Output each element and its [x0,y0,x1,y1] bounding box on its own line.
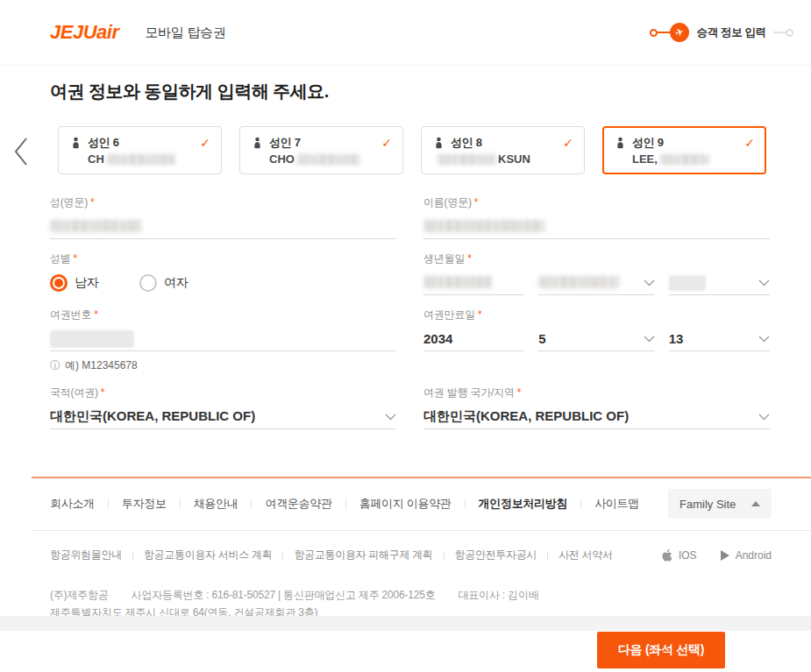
redacted-value [423,220,544,233]
play-store-icon [720,549,730,562]
passenger-carousel: 성인 6 ✓ CH 성인 7 ✓ CHO [0,126,811,176]
footer-link-service-plan[interactable]: 항공교통이용자 서비스 계획 [144,548,272,562]
issue-country-select[interactable]: 대한민국(KOREA, REPUBLIC OF) [423,405,770,429]
footer-primary-links: 회사소개 투자정보 채용안내 여객운송약관 홈페이지 이용약관 개인정보처리방침… [50,489,772,519]
passenger-name: CHO [269,152,392,166]
redacted-value [423,276,492,289]
person-icon [71,137,81,150]
gender-field: 성별* 남자 여자 [50,251,396,295]
redacted-value [50,220,141,233]
passenger-card-adult9-selected[interactable]: 성인 9 ✓ LEE, [602,126,766,174]
birth-month-select[interactable] [538,271,655,295]
bottom-bar: 다음 (좌석 선택) [0,616,811,672]
passenger-name: CH [88,152,210,166]
android-label: Android [736,549,772,562]
ios-label: IOS [679,549,697,562]
redacted-value [669,275,706,291]
company-info-line1: (주)제주항공사업자등록번호 : 616-81-50527 | 통신판매업신고 … [50,586,772,604]
footer-link-company[interactable]: 회사소개 [50,496,95,512]
chevron-down-icon [758,414,770,421]
check-icon: ✓ [563,136,573,150]
info-icon: ⓘ [50,358,60,373]
footer-link-careers[interactable]: 채용안내 [194,496,238,512]
next-seat-selection-button[interactable]: 다음 (좌석 선택) [597,632,725,668]
nationality-select[interactable]: 대한민국(KOREA, REPUBLIC OF) [50,405,396,429]
issue-country-field: 여권 발행 국가/지역* 대한민국(KOREA, REPUBLIC OF) [423,386,770,429]
progress-line [658,32,670,33]
jejuair-logo[interactable]: JEJUair [50,21,118,44]
divider [282,551,283,560]
footer-link-investor[interactable]: 투자정보 [122,496,167,512]
last-name-input[interactable] [50,215,396,239]
progress-line-next [773,32,786,33]
person-icon [434,137,444,150]
family-site-label: Family Site [679,498,736,511]
ios-app-link[interactable]: IOS [661,548,697,562]
nationality-label: 국적(여권)* [50,386,396,400]
passport-expiry-label: 여권만료일* [423,308,770,322]
footer-link-sitemap[interactable]: 사이트맵 [594,496,639,512]
progress-indicator: ✈ 승객 정보 입력 [650,23,793,42]
passport-number-field: 여권번호* ⓘ 예) M12345678 [50,308,396,373]
birth-year-input[interactable] [423,271,524,295]
company-ceo: 대표이사 : 김이배 [459,589,539,601]
page-heading: 여권 정보와 동일하게 입력해 주세요. [50,80,811,103]
expiry-day-select[interactable]: 13 [669,327,770,351]
footer-link-safety-disclosure[interactable]: 항공안전투자공시 [455,548,537,562]
expiry-month-select[interactable]: 5 [538,327,655,351]
progress-step-next-dot [786,29,793,37]
last-name-field: 성(영문)* [50,195,396,239]
android-app-link[interactable]: Android [720,549,772,562]
footer-link-carriage-terms[interactable]: 여객운송약관 [265,496,331,512]
passenger-card-adult7[interactable]: 성인 7 ✓ CHO [239,126,403,174]
passport-expiry-field: 여권만료일* 2034 5 13 [423,308,770,373]
app-links: IOS Android [661,548,772,562]
first-name-input[interactable] [423,215,770,239]
passenger-type-label: 성인 8 [451,135,482,151]
passenger-type-label: 성인 9 [632,135,664,151]
divider [465,499,466,509]
check-icon: ✓ [200,136,210,150]
footer-link-damage-relief[interactable]: 항공교통이용자 피해구제 계획 [294,548,432,562]
footer-link-pledge[interactable]: 사전 서약서 [558,548,613,562]
check-icon: ✓ [744,136,755,150]
chevron-left-icon[interactable] [14,137,28,170]
divider [345,499,346,509]
page-title: 모바일 탑승권 [145,25,225,41]
caret-up-icon [751,501,760,506]
mobile-boarding-pass-page: JEJUair 모바일 탑승권 ✈ 승객 정보 입력 여권 정보와 동일하게 입… [0,0,811,672]
first-name-field: 이름(영문)* [423,195,770,239]
gender-option-female[interactable]: 여자 [139,274,189,292]
passenger-cards: 성인 6 ✓ CH 성인 7 ✓ CHO [58,126,811,174]
progress-step-label: 승객 정보 입력 [696,25,766,40]
passenger-type-label: 성인 6 [88,135,119,151]
footer-link-dangerous-goods[interactable]: 항공위험물안내 [50,548,122,562]
divider [547,551,548,560]
divider [251,499,252,509]
footer-link-privacy[interactable]: 개인정보처리방침 [479,496,568,512]
passenger-card-adult8[interactable]: 성인 8 ✓ KSUN [421,126,585,174]
apple-icon [661,548,673,562]
company-name: (주)제주항공 [50,589,109,601]
gender-option-male[interactable]: 남자 [50,274,99,292]
passport-number-input[interactable] [50,327,396,351]
redacted-value [50,330,134,348]
expiry-year-input[interactable]: 2034 [423,327,524,351]
radio-unselected-icon [139,274,157,292]
family-site-dropdown[interactable]: Family Site [668,489,772,519]
divider [180,499,181,509]
footer-link-site-terms[interactable]: 홈페이지 이용약관 [359,496,452,512]
birth-day-select[interactable] [669,271,770,295]
last-name-label: 성(영문)* [50,195,396,209]
birth-date-inputs [423,271,770,295]
redacted-name [660,154,709,165]
birth-date-field: 생년월일* [423,251,770,295]
divider [132,551,133,560]
chevron-down-icon [758,279,770,286]
passenger-card-adult6[interactable]: 성인 6 ✓ CH [58,126,222,174]
birth-date-label: 생년월일* [423,251,770,265]
passenger-info-form: 성(영문)* 이름(영문)* 성별* 남자 여자 생년월일* [50,195,770,429]
chevron-down-icon [385,414,396,421]
gender-radio-group: 남자 여자 [50,271,396,295]
redacted-name [297,154,360,165]
